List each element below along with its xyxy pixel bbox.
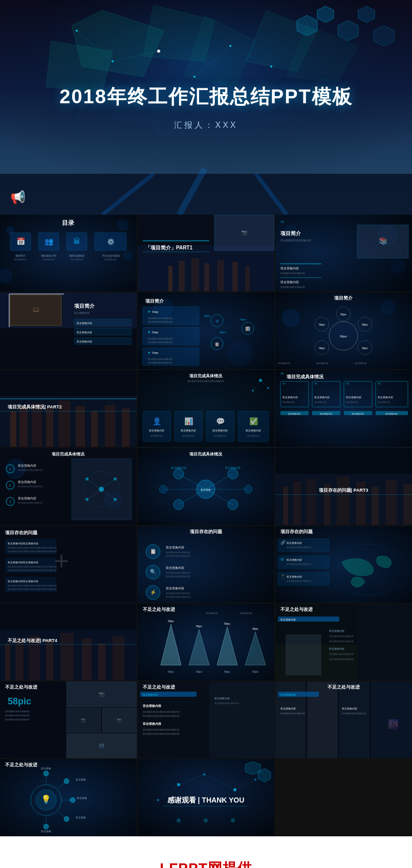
slide-20-improve4[interactable]: 不足之处与改进 双击替换内容 双击替换内容 双击替换内容双击替换内容双击替换内容…: [138, 681, 274, 758]
svg-text:项目简介: 项目简介: [15, 254, 26, 257]
slide-4-intro2[interactable]: 🗂 项目简介 双击替换内容 双击替换内容 双击替换内容 双击替换内容: [0, 292, 137, 369]
svg-text:双击替换内容: 双击替换内容: [346, 396, 361, 399]
svg-text:双击替换内容: 双击替换内容: [14, 258, 27, 261]
svg-text:📊: 📊: [184, 417, 193, 426]
svg-text:双击替换内容: 双击替换内容: [214, 697, 230, 700]
slide-2-part1[interactable]: 📷 「项目简介」PART1: [138, 215, 274, 291]
svg-text:双击替换内容: 双击替换内容: [355, 362, 367, 364]
svg-text:●: ●: [148, 330, 150, 334]
svg-text:⚙: ⚙: [280, 557, 284, 562]
svg-text:项目存在的问题: 项目存在的问题: [280, 529, 313, 534]
slide-6-circles[interactable]: 项目简介 58pic 58pic 58pic 58pic 58pic 58pic…: [275, 292, 412, 369]
svg-text:": ": [378, 382, 381, 390]
svg-text:双击替换内容: 双击替换内容: [150, 435, 163, 437]
slide-1-toc[interactable]: 目录 📅 👥 🏛 ⚙️ 项目简介 项目成员介绍 项目完成情况 不足之处与改进 双…: [0, 215, 137, 291]
slide-17-improve1[interactable]: 不足之处与改进 58pic 58pic 58pic 58pic 58pic 58…: [138, 604, 274, 680]
svg-text:双击替换内容: 双击替换内容: [71, 258, 83, 261]
svg-text:双击替换内容: 双击替换内容: [280, 266, 299, 270]
svg-rect-304: [278, 539, 329, 552]
svg-text:双击替换内容双击替换内容: 双击替换内容双击替换内容: [166, 572, 190, 574]
svg-text:双击替换内容: 双击替换内容: [287, 558, 302, 561]
svg-rect-79: [280, 277, 321, 278]
svg-text:双击替换内容双击替换内容: 双击替换内容双击替换内容: [166, 551, 190, 554]
slide-15-problems3[interactable]: 项目存在的问题 🔗 双击替换内容 双击替换内容双击替换内容 ⚙ 双击替换内容 双…: [275, 526, 412, 603]
svg-text:双击替换内容: 双击替换内容: [378, 401, 390, 403]
svg-rect-178: [238, 411, 269, 442]
svg-text:双击替换内容: 双击替换内容: [283, 401, 295, 403]
svg-text:双击替换内容: 双击替换内容: [280, 280, 299, 284]
svg-point-98: [227, 341, 253, 367]
svg-text:双击替换内容双击替换内容: 双击替换内容双击替换内容: [5, 710, 30, 713]
svg-text:58pic: 58pic: [340, 335, 347, 338]
svg-text:双击替换内容双击替换内容: 双击替换内容双击替换内容: [148, 337, 172, 340]
svg-text:双击替换内容双击替换内容: 双击替换内容双击替换内容: [214, 702, 239, 704]
slide-18-improve2[interactable]: 不足之处与改进 双击替换内容 双击替换内容 双击替换内容双击替换内容 双击替换内…: [275, 604, 412, 680]
svg-text:项目完成具体情况| PART2: 项目完成具体情况| PART2: [7, 404, 62, 409]
svg-text:⚙: ⚙: [215, 319, 219, 324]
slide-14-problems2[interactable]: 项目存在的问题 📋 双击替换内容 双击替换内容双击替换内容 双击替换内容双击替换…: [138, 526, 274, 603]
svg-text:双击替换内容: 双击替换内容: [77, 331, 92, 334]
svg-text:3: 3: [9, 500, 11, 504]
svg-text:项目简介: 项目简介: [74, 303, 95, 309]
svg-text:📷: 📷: [98, 691, 105, 697]
svg-text:58pic: 58pic: [362, 323, 368, 326]
slide-11-network[interactable]: 项目完成具体情况 双击替换 双击替换内容 双击替换内容: [138, 448, 274, 525]
svg-text:双击替换内容: 双击替换内容: [181, 429, 196, 432]
svg-text:双击替换内容: 双击替换内容: [214, 435, 226, 437]
slide-13-problems1[interactable]: 项目存在的问题 + 双击替换内容双击替换内容 双击替换内容双击替换内容双击替换内…: [0, 526, 137, 603]
svg-text:58pic: 58pic: [196, 670, 202, 673]
svg-point-417: [44, 824, 49, 829]
svg-text:双击替换内容双击替换内容: 双击替换内容双击替换内容: [148, 341, 172, 344]
slide-5-intro3[interactable]: 项目简介 ● Step 双击替换内容双击替换内容 双击替换内容双击替换内容 ● …: [138, 292, 274, 369]
svg-text:🔍: 🔍: [150, 568, 157, 575]
hero-slide: 2018年终工作汇报总结PPT模板 汇报人：XXX 📢: [0, 0, 412, 215]
slide-9-completion2[interactable]: " 项目完成具体情况 " 双击替换内容 双击替换内容 " 双击替换内容 双击替换…: [275, 370, 412, 447]
slide-23-thankyou[interactable]: 感谢观看 | THANK YOU: [138, 759, 274, 836]
svg-text:不足之处与改进: 不足之处与改进: [5, 762, 38, 767]
svg-text:双击替换内容: 双击替换内容: [77, 322, 92, 325]
slide-21-improve5[interactable]: 不足之处与改进 双击替换内容 双击替换内容 双击替换内容双击替换内容 双击替换内…: [275, 681, 412, 758]
slide-16-part4[interactable]: 不足之处与改进| PART4: [0, 604, 137, 680]
svg-text:双击替换: 双击替换: [77, 796, 87, 800]
svg-rect-166: [143, 411, 171, 442]
svg-text:58pic: 58pic: [319, 347, 325, 350]
svg-text:Mpic: Mpic: [204, 314, 211, 317]
svg-point-414: [64, 779, 69, 784]
slide-3-intro[interactable]: " 项目简介 双击替换内容双击替换内容 📚 双击替换内容 双击替换内容双击替换内…: [275, 215, 412, 291]
svg-text:双击替换内容: 双击替换内容: [225, 466, 241, 469]
slide-12-part3[interactable]: 项目存在的问题| PART3: [275, 448, 412, 525]
slide-22-bulb[interactable]: 不足之处与改进 💡 双击替换 双击替换 双击替换 双击替换 双击替换: [0, 759, 137, 836]
svg-text:双击替换内容: 双击替换内容: [149, 429, 164, 432]
slide-8-completion1[interactable]: 项目完成具体情况 双击替换内容双击替换内容双击替换内容 👤 双击替换内容 双击替…: [138, 370, 274, 447]
svg-text:💬: 💬: [216, 417, 225, 426]
svg-rect-66: [143, 252, 209, 252]
svg-rect-328: [0, 644, 137, 645]
svg-point-17: [76, 30, 78, 32]
svg-text:项目简介: 项目简介: [280, 231, 301, 236]
slide-10-completion3[interactable]: 项目完成具体情况 1 双击替换内容 双击替换内容双击替换内容 2 双击替换内容 …: [0, 448, 137, 525]
svg-point-18: [112, 60, 114, 62]
svg-rect-64: [143, 240, 209, 241]
svg-text:双击替换内容双击替换内容: 双击替换内容双击替换内容: [329, 635, 354, 637]
svg-text:双击替换内容: 双击替换内容: [352, 413, 364, 415]
svg-text:双击替换内容双击替换内容: 双击替换内容双击替换内容: [166, 575, 190, 578]
svg-text:双击替换内容双击替换内容双击替换内容: 双击替换内容双击替换内容双击替换内容: [143, 711, 180, 713]
svg-text:双击替换内容双击替换内容双击替换内容双击替换内容: 双击替换内容双击替换内容双击替换内容双击替换内容: [8, 565, 57, 568]
svg-text:Step: Step: [152, 351, 159, 354]
svg-text:双击替换内容双击替换内容: 双击替换内容双击替换内容: [148, 358, 172, 360]
svg-text:📚: 📚: [379, 237, 388, 245]
slide-7-part2[interactable]: 项目完成具体情况| PART2: [0, 370, 137, 447]
svg-text:双击替换内容: 双击替换内容: [77, 340, 92, 343]
svg-text:58pic: 58pic: [224, 622, 230, 625]
svg-text:": ": [280, 371, 284, 380]
svg-text:项目简介: 项目简介: [145, 299, 164, 304]
svg-text:双击替换内容: 双击替换内容: [166, 586, 184, 590]
svg-text:": ": [283, 382, 286, 390]
svg-text:项目完成具体情况: 项目完成具体情况: [189, 373, 223, 378]
svg-text:双击替换内容: 双击替换内容: [166, 545, 184, 549]
slide-19-improve3[interactable]: 📷 📷 📷 🌃 不足之处与改进 58pic 双击替换内容双击替换内容 双击替换内…: [0, 681, 137, 758]
svg-text:不足之处与改进: 不足之处与改进: [5, 684, 38, 690]
svg-text:不足之处与改进: 不足之处与改进: [142, 684, 176, 690]
svg-rect-267: [275, 494, 412, 495]
svg-text:双击替换内容双击替换内容: 双击替换内容双击替换内容: [280, 712, 305, 715]
